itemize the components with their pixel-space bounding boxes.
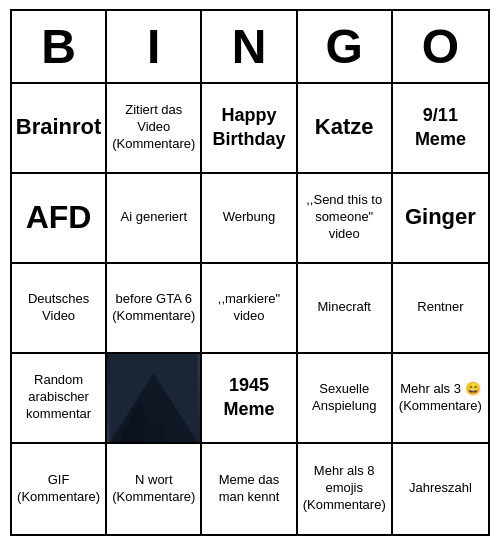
bingo-letter-i: I [107, 11, 202, 82]
cell-text-13: Minecraft [317, 299, 370, 316]
bingo-cell-21: N wort (Kommentare) [107, 444, 202, 534]
bingo-cell-24: Jahreszahl [393, 444, 488, 534]
bingo-cell-7: Werbung [202, 174, 297, 264]
bingo-cell-2: Happy Birthday [202, 84, 297, 174]
bingo-cell-3: Katze [298, 84, 393, 174]
bingo-card: BINGO BrainrotZitiert das Video (Komment… [10, 9, 490, 536]
cell-text-15: Random arabischer kommentar [16, 372, 101, 423]
cell-text-3: Katze [315, 113, 374, 142]
bingo-cell-16 [107, 354, 202, 444]
cell-text-1: Zitiert das Video (Kommentare) [111, 102, 196, 153]
cell-text-11: before GTA 6 (Kommentare) [111, 291, 196, 325]
cell-text-19: Mehr als 3 😄 (Kommentare) [397, 381, 484, 415]
cell-text-8: ,,Send this to someone" video [302, 192, 387, 243]
cell-text-23: Mehr als 8 emojis (Kommentare) [302, 463, 387, 514]
bingo-cell-23: Mehr als 8 emojis (Kommentare) [298, 444, 393, 534]
bingo-letter-o: O [393, 11, 488, 82]
bingo-cell-12: ,,markiere" video [202, 264, 297, 354]
bingo-cell-17: 1945 Meme [202, 354, 297, 444]
bingo-cell-5: AFD [12, 174, 107, 264]
bingo-cell-9: Ginger [393, 174, 488, 264]
bingo-cell-20: GIF (Kommentare) [12, 444, 107, 534]
bingo-letter-b: B [12, 11, 107, 82]
cell-text-10: Deutsches Video [16, 291, 101, 325]
cell-text-12: ,,markiere" video [206, 291, 291, 325]
bingo-cell-10: Deutsches Video [12, 264, 107, 354]
cell-text-6: Ai generiert [121, 209, 187, 226]
cell-text-0: Brainrot [16, 113, 102, 142]
bingo-letter-n: N [202, 11, 297, 82]
svg-rect-3 [144, 422, 164, 442]
bingo-cell-15: Random arabischer kommentar [12, 354, 107, 444]
bingo-cell-0: Brainrot [12, 84, 107, 174]
bingo-cell-19: Mehr als 3 😄 (Kommentare) [393, 354, 488, 444]
cell-text-24: Jahreszahl [409, 480, 472, 497]
cell-text-21: N wort (Kommentare) [111, 472, 196, 506]
cell-text-14: Rentner [417, 299, 463, 316]
cell-text-20: GIF (Kommentare) [16, 472, 101, 506]
bingo-cell-6: Ai generiert [107, 174, 202, 264]
bingo-letter-g: G [298, 11, 393, 82]
cell-text-18: Sexuelle Anspielung [302, 381, 387, 415]
cell-text-2: Happy Birthday [206, 104, 291, 151]
bingo-cell-18: Sexuelle Anspielung [298, 354, 393, 444]
cell-text-7: Werbung [223, 209, 276, 226]
bingo-cell-4: 9/11 Meme [393, 84, 488, 174]
bingo-cell-11: before GTA 6 (Kommentare) [107, 264, 202, 354]
bingo-cell-13: Minecraft [298, 264, 393, 354]
bingo-grid: BrainrotZitiert das Video (Kommentare)Ha… [12, 84, 488, 534]
bingo-cell-14: Rentner [393, 264, 488, 354]
bingo-header: BINGO [12, 11, 488, 84]
cell-text-17: 1945 Meme [206, 374, 291, 421]
bingo-cell-22: Meme das man kennt [202, 444, 297, 534]
cell-text-22: Meme das man kennt [206, 472, 291, 506]
cell-text-4: 9/11 Meme [397, 104, 484, 151]
cell-text-5: AFD [26, 197, 92, 239]
bingo-cell-1: Zitiert das Video (Kommentare) [107, 84, 202, 174]
cell-text-9: Ginger [405, 203, 476, 232]
bingo-cell-8: ,,Send this to someone" video [298, 174, 393, 264]
